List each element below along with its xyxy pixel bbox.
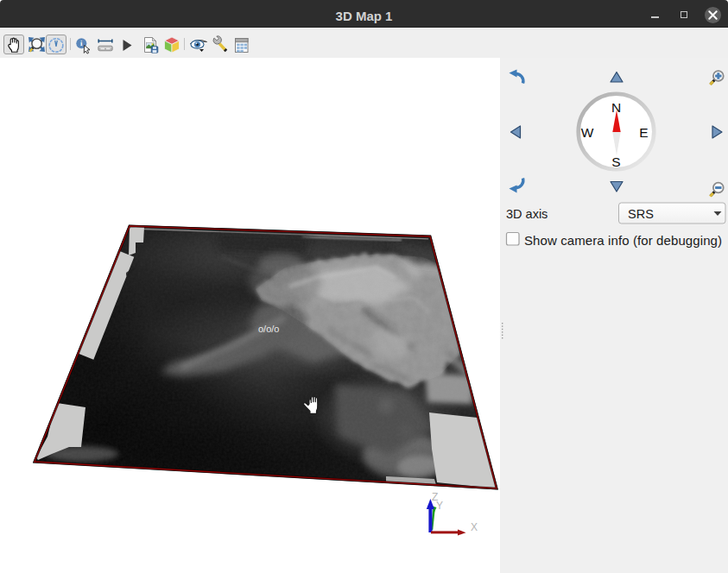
svg-text:S: S — [611, 154, 620, 169]
svg-text:o/o/o: o/o/o — [258, 324, 279, 334]
svg-text:W: W — [581, 125, 594, 140]
svg-text:3D axis: 3D axis — [506, 207, 548, 221]
svg-text:N: N — [611, 100, 621, 115]
svg-text:Y: Y — [436, 500, 443, 512]
svg-text:X: X — [471, 521, 478, 533]
svg-text:Show camera info (for debuggin: Show camera info (for debugging) — [524, 233, 722, 248]
svg-text:E: E — [639, 125, 648, 140]
svg-text:SRS: SRS — [628, 207, 654, 221]
